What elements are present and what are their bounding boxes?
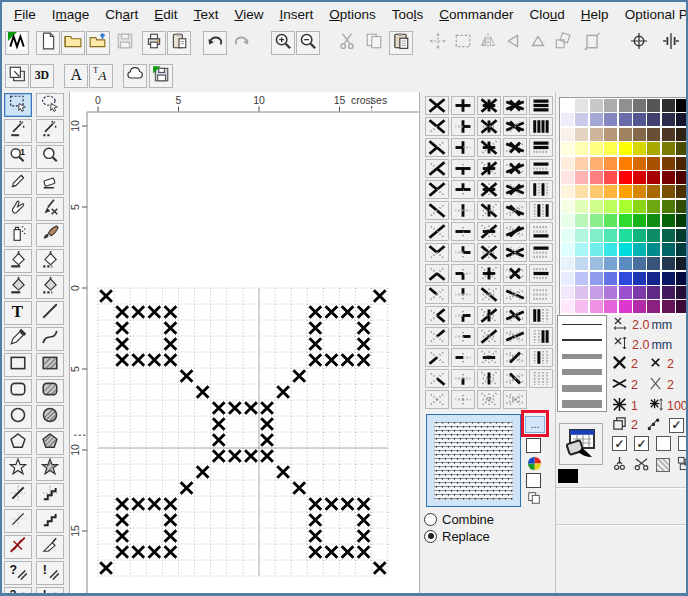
stitch-elongated-cross-v14-button[interactable] — [503, 369, 527, 388]
checkbox-checked[interactable]: ✓ — [612, 436, 627, 451]
checkbox-checked[interactable]: ✓ — [634, 436, 649, 451]
stitch-gobelin-v8-button[interactable] — [529, 243, 553, 262]
palette-color-r2-c3[interactable] — [590, 113, 603, 126]
stitch-cross-v1-button[interactable] — [425, 96, 449, 115]
print-button[interactable] — [142, 31, 166, 55]
palette-color-r9-c3[interactable] — [590, 214, 603, 227]
palette-color-r10-c2[interactable] — [575, 229, 588, 242]
palette-color-r13-c9[interactable] — [676, 272, 688, 285]
palette-color-r3-c2[interactable] — [575, 128, 588, 141]
palette-color-r12-c3[interactable] — [590, 257, 603, 270]
palette-color-r10-c6[interactable] — [633, 229, 646, 242]
palette-color-r13-c3[interactable] — [590, 272, 603, 285]
stitch-elongated-cross-v2-button[interactable] — [503, 117, 527, 136]
combine-radio[interactable]: Combine — [424, 511, 494, 527]
palette-color-r10-c7[interactable] — [647, 229, 660, 242]
palette-color-r12-c4[interactable] — [604, 257, 617, 270]
stitch-double-cross-v9-button[interactable] — [477, 264, 501, 283]
palette-color-r15-c6[interactable] — [633, 300, 646, 313]
rounded-rect-tool-button[interactable] — [4, 379, 32, 403]
stitch-cross-v10-button[interactable] — [425, 285, 449, 304]
stitch-cross-v12-button[interactable] — [425, 327, 449, 346]
menu-optional-plug-ins[interactable]: Optional Plug-ins — [617, 5, 688, 24]
center-horizontal-button[interactable] — [659, 31, 683, 55]
fill-tool-button[interactable] — [4, 249, 32, 273]
stitch-gobelin-v11-button[interactable] — [529, 306, 553, 325]
special-line-alt-tool-button[interactable]: ! — [36, 561, 64, 585]
menu-view[interactable]: View — [226, 5, 271, 24]
palette-color-r2-c7[interactable] — [647, 113, 660, 126]
stitch-double-cross-v12-button[interactable] — [477, 327, 501, 346]
palette-color-r14-c8[interactable] — [662, 286, 675, 299]
magic-wand-button[interactable] — [4, 119, 32, 143]
stitch-cross-v13-button[interactable] — [425, 348, 449, 367]
rounded-rect-filled-tool-button[interactable] — [36, 379, 64, 403]
palette-color-r2-c4[interactable] — [604, 113, 617, 126]
palette-color-r7-c3[interactable] — [590, 185, 603, 198]
palette-color-r5-c3[interactable] — [590, 157, 603, 170]
palette-color-r3-c4[interactable] — [604, 128, 617, 141]
backstitch-line-tool-button[interactable] — [4, 483, 32, 507]
brush-tool-button[interactable] — [36, 223, 64, 247]
palette-color-r9-c7[interactable] — [647, 214, 660, 227]
palette-color-r13-c1[interactable] — [561, 272, 574, 285]
palette-color-r3-c3[interactable] — [590, 128, 603, 141]
zoom-in-button[interactable] — [271, 31, 295, 55]
palette-color-r7-c7[interactable] — [647, 185, 660, 198]
stitch-upright-cross-v10-button[interactable] — [451, 285, 475, 304]
palette-color-r6-c2[interactable] — [575, 171, 588, 184]
stitch-upright-cross-v5-button[interactable] — [451, 180, 475, 199]
palette-color-r7-c6[interactable] — [633, 185, 646, 198]
palette-color-r11-c3[interactable] — [590, 243, 603, 256]
stitch-cross-v4-button[interactable] — [425, 159, 449, 178]
palette-color-r15-c2[interactable] — [575, 300, 588, 313]
palette-color-r7-c8[interactable] — [662, 185, 675, 198]
stitch-double-cross-v8-button[interactable] — [477, 243, 501, 262]
stitch-double-cross-v1-button[interactable] — [477, 96, 501, 115]
checkbox-unchecked[interactable] — [656, 436, 671, 451]
palette-color-r14-c7[interactable] — [647, 286, 660, 299]
palette-color-r14-c4[interactable] — [604, 286, 617, 299]
undo-button[interactable] — [203, 31, 227, 55]
palette-color-r6-c8[interactable] — [662, 171, 675, 184]
palette-color-r13-c5[interactable] — [619, 272, 632, 285]
palette-color-r7-c5[interactable] — [619, 185, 632, 198]
stitch-elongated-cross-v8-button[interactable] — [503, 243, 527, 262]
palette-color-r4-c8[interactable] — [662, 142, 675, 155]
stitch-gobelin-v2-button[interactable] — [529, 117, 553, 136]
palette-color-r4-c4[interactable] — [604, 142, 617, 155]
palette-color-r4-c6[interactable] — [633, 142, 646, 155]
zoom-tool-button[interactable] — [36, 145, 64, 169]
palette-color-r11-c6[interactable] — [633, 243, 646, 256]
palette-color-r6-c7[interactable] — [647, 171, 660, 184]
palette-color-r4-c1[interactable] — [561, 142, 574, 155]
palette-color-r5-c4[interactable] — [604, 157, 617, 170]
palette-color-r14-c5[interactable] — [619, 286, 632, 299]
stitch-elongated-cross-v7-button[interactable] — [503, 222, 527, 241]
palette-color-r12-c8[interactable] — [662, 257, 675, 270]
menu-help[interactable]: Help — [573, 5, 617, 24]
palette-color-r9-c6[interactable] — [633, 214, 646, 227]
cloud-shape-button[interactable] — [123, 64, 147, 88]
line-style-option-6[interactable] — [558, 396, 606, 412]
menu-chart[interactable]: Chart — [97, 5, 146, 24]
special-nodes-alt-tool-button[interactable]: ! — [36, 587, 64, 593]
radio-icon[interactable] — [424, 530, 437, 543]
palette-color-r10-c3[interactable] — [590, 229, 603, 242]
palette-color-r9-c4[interactable] — [604, 214, 617, 227]
fill-pattern-tool-button[interactable] — [4, 275, 32, 299]
stitch-double-cross-v13-button[interactable] — [477, 348, 501, 367]
stitch-cross-v14-button[interactable] — [425, 369, 449, 388]
palette-color-r15-c4[interactable] — [604, 300, 617, 313]
palette-color-r12-c7[interactable] — [647, 257, 660, 270]
palette-color-r5-c6[interactable] — [633, 157, 646, 170]
menu-tools[interactable]: Tools — [384, 5, 432, 24]
clear-brush-tool-button[interactable] — [36, 197, 64, 221]
center-design-button[interactable] — [627, 31, 651, 55]
palette-color-r12-c6[interactable] — [633, 257, 646, 270]
palette-color-r4-c7[interactable] — [647, 142, 660, 155]
palette-color-r1-c5[interactable] — [619, 99, 632, 112]
delete-backstitch-tool-button[interactable] — [4, 535, 32, 559]
special-nodes-tool-button[interactable]: ? — [4, 587, 32, 593]
palette-color-r8-c5[interactable] — [619, 200, 632, 213]
